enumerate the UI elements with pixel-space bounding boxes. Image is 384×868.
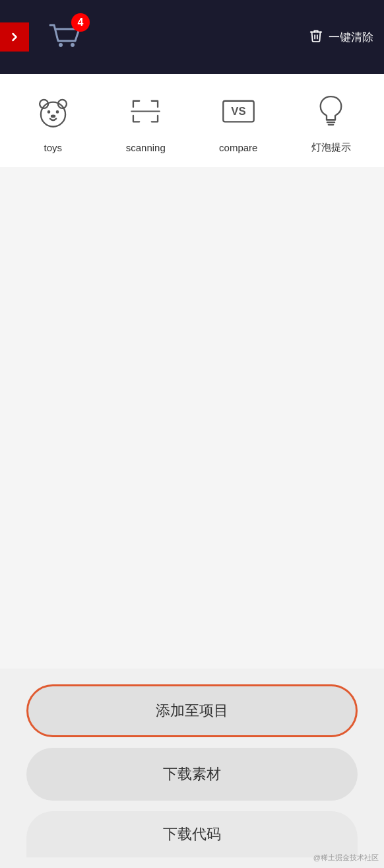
download-code-button[interactable]: 下载代码 (26, 811, 358, 857)
vs-icon: VS (217, 90, 260, 133)
download-material-button[interactable]: 下载素材 (26, 748, 358, 801)
download-code-label: 下载代码 (163, 824, 221, 844)
cart-badge: 4 (71, 13, 90, 32)
svg-point-2 (41, 102, 65, 126)
clear-label: 一键清除 (329, 30, 373, 45)
watermark: @稀土掘金技术社区 (313, 853, 379, 863)
lightbulb-icon (309, 89, 352, 132)
compare-label: compare (219, 142, 257, 153)
icon-item-toys[interactable]: toys (7, 88, 100, 153)
svg-point-0 (59, 43, 63, 47)
feature-icon-grid: toys scanning V (0, 74, 384, 167)
download-material-label: 下载素材 (163, 764, 221, 784)
svg-text:VS: VS (231, 105, 245, 118)
bear-icon (32, 90, 75, 133)
compare-icon-box: VS (215, 88, 261, 134)
add-to-project-button[interactable]: 添加至项目 (26, 684, 358, 737)
lightbulb-label: 灯泡提示 (311, 141, 351, 154)
toys-icon-box (30, 88, 76, 134)
add-to-project-label: 添加至项目 (156, 701, 228, 721)
back-button[interactable] (0, 22, 29, 52)
clear-all-button[interactable]: 一键清除 (309, 28, 373, 46)
svg-point-5 (47, 110, 50, 114)
icon-item-lightbulb[interactable]: 灯泡提示 (285, 87, 378, 154)
toys-label: toys (44, 142, 62, 153)
scan-icon (124, 90, 167, 133)
bottom-action-section: 添加至项目 下载素材 下载代码 (0, 669, 384, 868)
lightbulb-icon-box (308, 87, 354, 133)
scanning-label: scanning (126, 142, 166, 153)
svg-point-1 (71, 43, 75, 47)
header: 4 一键清除 (0, 0, 384, 74)
icon-item-compare[interactable]: VS compare (192, 88, 285, 153)
svg-point-7 (51, 114, 55, 118)
trash-icon (309, 28, 323, 46)
empty-content-area (0, 167, 384, 597)
scanning-icon-box (123, 88, 169, 134)
cart-container: 4 (45, 16, 84, 58)
icon-item-scanning[interactable]: scanning (100, 88, 193, 153)
svg-point-6 (55, 110, 59, 114)
